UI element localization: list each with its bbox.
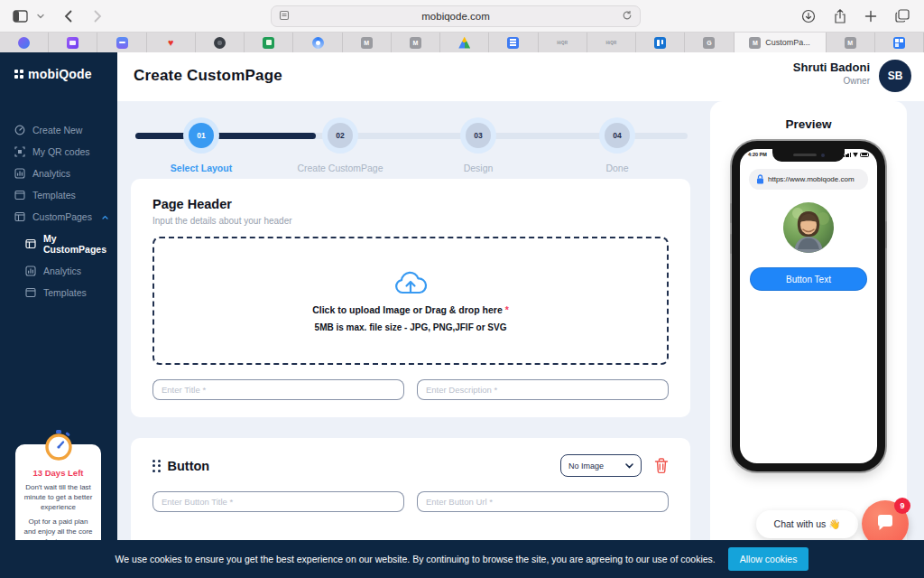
- sidebar-item-create-new[interactable]: Create New: [0, 119, 117, 141]
- step-done[interactable]: 04 Done: [568, 117, 667, 173]
- image-upload-dropzone[interactable]: Click to upload Image or Drag & drop her…: [152, 237, 669, 365]
- card-subtitle: Input the details about your header: [152, 216, 669, 226]
- tab-overview-icon[interactable]: [895, 9, 910, 23]
- browser-tab[interactable]: [440, 33, 489, 52]
- preview-button[interactable]: Button Text: [750, 267, 867, 291]
- card-title: Page Header: [152, 197, 669, 211]
- avatar[interactable]: SB: [879, 60, 911, 92]
- browser-tab[interactable]: G: [685, 33, 734, 52]
- browser-tab[interactable]: [196, 33, 245, 52]
- browser-tab[interactable]: [49, 33, 97, 52]
- sidebar-item-analytics[interactable]: Analytics: [0, 163, 117, 184]
- m-icon: M: [361, 37, 373, 49]
- sidebar-nav: Create New My QR codes Analytics Templat…: [0, 119, 117, 303]
- custompages-icon: [14, 211, 25, 222]
- reload-icon[interactable]: [622, 8, 633, 24]
- button-url-input[interactable]: [417, 491, 669, 512]
- sidebar-item-label: Analytics: [43, 266, 81, 276]
- browser-tab-active[interactable]: MCustomPa...: [735, 33, 827, 52]
- caret-up-icon: [102, 215, 108, 219]
- new-tab-icon[interactable]: [864, 10, 877, 23]
- step-label: Select Layout: [152, 163, 251, 173]
- browser-tab[interactable]: [875, 33, 924, 52]
- m-icon: M: [410, 37, 421, 49]
- sidebar-toggle-icon[interactable]: [13, 10, 28, 23]
- m-icon: M: [845, 37, 856, 49]
- sidebar-item-templates[interactable]: Templates: [0, 184, 117, 206]
- browser-tab[interactable]: HiQR: [587, 33, 636, 52]
- url-text[interactable]: mobiqode.com: [290, 11, 622, 22]
- sidebar-item-label: My QR codes: [32, 146, 90, 157]
- title-input[interactable]: [152, 379, 404, 400]
- browser-toolbar: mobiqode.com: [0, 0, 924, 33]
- step-select-layout[interactable]: 01 Select Layout: [152, 117, 251, 173]
- sidebar-item-my-qr-codes[interactable]: My QR codes: [0, 141, 117, 163]
- page-format-icon: [279, 8, 290, 24]
- browser-tab[interactable]: HiQR: [539, 33, 587, 52]
- step-label: Done: [568, 163, 667, 173]
- button-title-input[interactable]: [152, 491, 404, 512]
- chevron-down-icon[interactable]: [37, 14, 44, 19]
- browser-tab[interactable]: [245, 33, 293, 52]
- drag-handle-icon[interactable]: [152, 460, 161, 472]
- upload-filesize-note: 5MB is max. file size - JPG, PNG,JFIF or…: [315, 322, 507, 332]
- qr-logo-icon: [14, 70, 23, 79]
- template-icon: [25, 287, 36, 298]
- screen: mobiqode.com ♥MMHiQRHiQRGMCustomPa...M: [0, 0, 924, 578]
- required-asterisk: *: [505, 304, 509, 315]
- share-icon[interactable]: [834, 9, 846, 23]
- sidebar-item-label: Templates: [32, 190, 76, 200]
- cookie-message: We use cookies to ensure you get the bes…: [116, 554, 716, 564]
- chat-bubble-icon: [875, 515, 895, 533]
- url-bar[interactable]: mobiqode.com: [271, 5, 641, 27]
- sidebar-item-label: Analytics: [32, 168, 70, 179]
- browser-tab[interactable]: M: [343, 33, 392, 52]
- phone-url-text: https://www.mobiqode.com: [768, 175, 855, 183]
- chat-unread-badge: 9: [894, 498, 910, 514]
- app-workspace: mobiQode Create New My QR codes Analytic…: [0, 52, 924, 578]
- user-info: Shruti Badoni Owner: [793, 61, 870, 86]
- browser-tab[interactable]: M: [827, 33, 875, 52]
- delete-button[interactable]: [654, 458, 669, 474]
- browser-tab[interactable]: ♥: [147, 33, 196, 52]
- browser-tab[interactable]: [489, 33, 538, 52]
- wifi-icon: [853, 153, 858, 157]
- printer-icon: [116, 37, 128, 49]
- gear-icon: [214, 37, 226, 49]
- browser-tab[interactable]: [293, 33, 342, 52]
- g-icon: G: [703, 37, 715, 49]
- browser-tab[interactable]: [636, 33, 685, 52]
- browser-tab[interactable]: M: [392, 33, 440, 52]
- sidebar-item-custompages-templates[interactable]: Templates: [0, 282, 117, 303]
- sidebar-item-custompages-analytics[interactable]: Analytics: [0, 260, 117, 282]
- browser-tab[interactable]: [0, 33, 49, 52]
- sidebar-item-custompages[interactable]: CustomPages: [0, 206, 117, 228]
- chat-with-us-pill[interactable]: Chat with us 👋: [756, 510, 858, 538]
- sidebar-item-label: Create New: [32, 125, 82, 135]
- forward-icon[interactable]: [94, 10, 102, 23]
- back-icon[interactable]: [64, 10, 72, 23]
- user-name: Shruti Badoni: [793, 61, 870, 74]
- chevron-down-icon: [625, 463, 633, 469]
- upload-instruction: Click to upload Image or Drag & drop her…: [312, 304, 503, 315]
- heart-icon: ♥: [165, 37, 177, 49]
- allow-cookies-button[interactable]: Allow cookies: [728, 547, 809, 571]
- app-logo[interactable]: mobiQode: [0, 52, 117, 81]
- step-number: 01: [189, 123, 214, 148]
- description-input[interactable]: [417, 379, 669, 400]
- promo-line1: Don't wait till the last minute to get a…: [22, 483, 95, 512]
- preview-title: Preview: [710, 101, 907, 131]
- image-option-select[interactable]: No Image: [560, 454, 642, 477]
- tab-label: CustomPa...: [765, 38, 810, 47]
- hiqr-icon: HiQR: [605, 37, 617, 49]
- step-create-custompage[interactable]: 02 Create CustomPage: [291, 117, 390, 173]
- browser-tab[interactable]: [97, 33, 146, 52]
- user-role: Owner: [793, 76, 870, 86]
- step-design[interactable]: 03 Design: [429, 117, 528, 173]
- downloads-icon[interactable]: [801, 9, 816, 23]
- sidebar-item-my-custompages[interactable]: My CustomPages: [0, 228, 117, 260]
- browser-action-icons: [641, 9, 924, 23]
- qr-scan-icon: [14, 146, 25, 157]
- tab-strip: ♥MMHiQRHiQRGMCustomPa...M: [0, 33, 924, 52]
- step-number: 03: [466, 123, 491, 148]
